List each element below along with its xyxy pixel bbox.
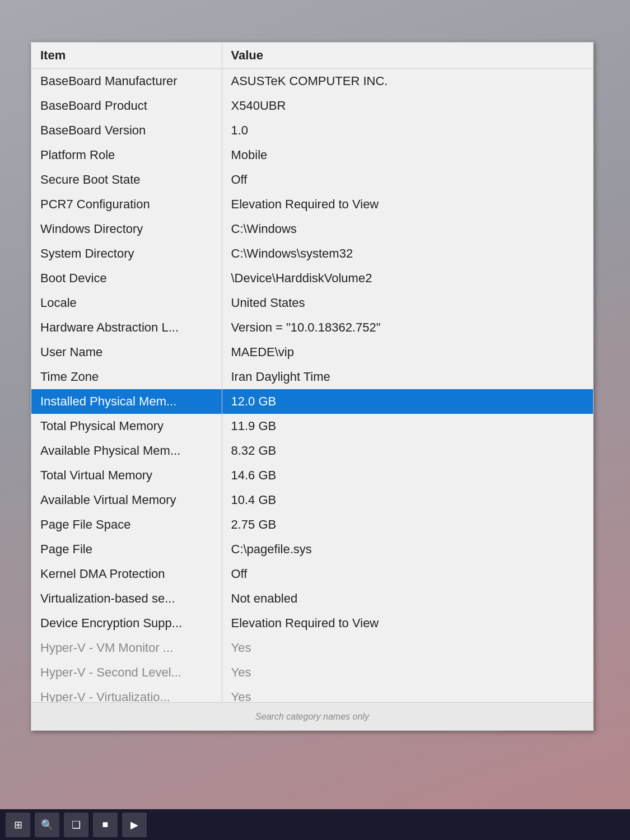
cell-value: 12.0 GB <box>222 389 593 414</box>
table-row[interactable]: Available Virtual Memory10.4 GB <box>31 488 593 512</box>
cell-value: Yes <box>222 636 593 660</box>
cell-item: Hyper-V - VM Monitor ... <box>31 636 222 660</box>
cell-value: Not enabled <box>222 586 593 611</box>
table-row[interactable]: Secure Boot StateOff <box>31 167 593 192</box>
table-row[interactable]: System DirectoryC:\Windows\system32 <box>31 241 593 266</box>
cell-value: 1.0 <box>222 118 593 143</box>
table-row[interactable]: Installed Physical Mem...12.0 GB <box>31 389 593 414</box>
cell-item: System Directory <box>31 241 222 266</box>
cell-item: Total Virtual Memory <box>31 463 222 488</box>
table-row[interactable]: Kernel DMA ProtectionOff <box>31 562 593 586</box>
cell-item: Page File <box>31 537 222 562</box>
cell-value: 10.4 GB <box>222 488 593 512</box>
system-info-table: Item Value BaseBoard ManufacturerASUSTeK… <box>31 43 593 730</box>
footer-bar: Search category names only <box>31 702 593 730</box>
cell-value: 8.32 GB <box>222 438 593 463</box>
system-info-window: Item Value BaseBoard ManufacturerASUSTeK… <box>31 42 594 731</box>
search-button[interactable]: 🔍 <box>35 813 59 837</box>
cell-value: Off <box>222 167 593 192</box>
table-row[interactable]: Device Encryption Supp...Elevation Requi… <box>31 611 593 636</box>
cell-item: Available Virtual Memory <box>31 488 222 512</box>
pinned-app-2[interactable]: ▶ <box>122 813 147 837</box>
table-row[interactable]: BaseBoard Version1.0 <box>31 118 593 143</box>
cell-value: C:\pagefile.sys <box>222 537 593 562</box>
table-row[interactable]: Platform RoleMobile <box>31 143 593 167</box>
cell-item: PCR7 Configuration <box>31 192 222 217</box>
table-row[interactable]: Hardware Abstraction L...Version = "10.0… <box>31 315 593 340</box>
cell-value: X540UBR <box>222 94 593 118</box>
cell-value: United States <box>222 291 593 315</box>
cell-value: Yes <box>222 660 593 685</box>
table-row[interactable]: Windows DirectoryC:\Windows <box>31 217 593 241</box>
cell-value: C:\Windows\system32 <box>222 241 593 266</box>
table-row[interactable]: User NameMAEDE\vip <box>31 340 593 365</box>
table-row[interactable]: BaseBoard ProductX540UBR <box>31 94 593 118</box>
cell-item: BaseBoard Product <box>31 94 222 118</box>
cell-item: BaseBoard Manufacturer <box>31 69 222 94</box>
cell-value: Off <box>222 562 593 586</box>
cell-item: Hardware Abstraction L... <box>31 315 222 340</box>
cell-value: Elevation Required to View <box>222 611 593 636</box>
cell-value: 2.75 GB <box>222 512 593 537</box>
table-row[interactable]: Page FileC:\pagefile.sys <box>31 537 593 562</box>
table-row[interactable]: PCR7 ConfigurationElevation Required to … <box>31 192 593 217</box>
task-view[interactable]: ❑ <box>64 813 88 837</box>
cell-item: Locale <box>31 291 222 315</box>
start-button[interactable]: ⊞ <box>6 813 30 837</box>
table-header-row: Item Value <box>31 43 593 69</box>
cell-value: MAEDE\vip <box>222 340 593 365</box>
table-row[interactable]: BaseBoard ManufacturerASUSTeK COMPUTER I… <box>31 69 593 94</box>
table-row[interactable]: Available Physical Mem...8.32 GB <box>31 438 593 463</box>
cell-item: BaseBoard Version <box>31 118 222 143</box>
table-row[interactable]: LocaleUnited States <box>31 291 593 315</box>
cell-item: Boot Device <box>31 266 222 291</box>
cell-value: Version = "10.0.18362.752" <box>222 315 593 340</box>
table-row[interactable]: Hyper-V - VM Monitor ...Yes <box>31 636 593 660</box>
cell-value: Mobile <box>222 143 593 167</box>
table-row[interactable]: Total Physical Memory11.9 GB <box>31 414 593 438</box>
cell-item: Secure Boot State <box>31 167 222 192</box>
cell-value: Iran Daylight Time <box>222 365 593 389</box>
table-row[interactable]: Virtualization-based se...Not enabled <box>31 586 593 611</box>
cell-item: Total Physical Memory <box>31 414 222 438</box>
taskbar: ⊞ 🔍 ❑ ■ ▶ <box>0 809 630 840</box>
cell-item: Available Physical Mem... <box>31 438 222 463</box>
cell-item: User Name <box>31 340 222 365</box>
table-row[interactable]: Boot Device\Device\HarddiskVolume2 <box>31 266 593 291</box>
table-row[interactable]: Hyper-V - Second Level...Yes <box>31 660 593 685</box>
cell-item: Installed Physical Mem... <box>31 389 222 414</box>
cell-value: ASUSTeK COMPUTER INC. <box>222 69 593 94</box>
cell-value: \Device\HarddiskVolume2 <box>222 266 593 291</box>
cell-value: C:\Windows <box>222 217 593 241</box>
cell-item: Time Zone <box>31 365 222 389</box>
search-hint: Search category names only <box>255 712 369 722</box>
cell-item: Virtualization-based se... <box>31 586 222 611</box>
table-row[interactable]: Page File Space2.75 GB <box>31 512 593 537</box>
cell-item: Kernel DMA Protection <box>31 562 222 586</box>
cell-value: 11.9 GB <box>222 414 593 438</box>
cell-item: Hyper-V - Second Level... <box>31 660 222 685</box>
header-item: Item <box>31 43 222 69</box>
table-container: Item Value BaseBoard ManufacturerASUSTeK… <box>31 43 593 730</box>
table-row[interactable]: Time ZoneIran Daylight Time <box>31 365 593 389</box>
header-value: Value <box>222 43 593 69</box>
cell-item: Windows Directory <box>31 217 222 241</box>
cell-value: 14.6 GB <box>222 463 593 488</box>
cell-item: Platform Role <box>31 143 222 167</box>
cell-item: Page File Space <box>31 512 222 537</box>
cell-value: Elevation Required to View <box>222 192 593 217</box>
pinned-app-1[interactable]: ■ <box>93 813 118 837</box>
table-row[interactable]: Total Virtual Memory14.6 GB <box>31 463 593 488</box>
cell-item: Device Encryption Supp... <box>31 611 222 636</box>
